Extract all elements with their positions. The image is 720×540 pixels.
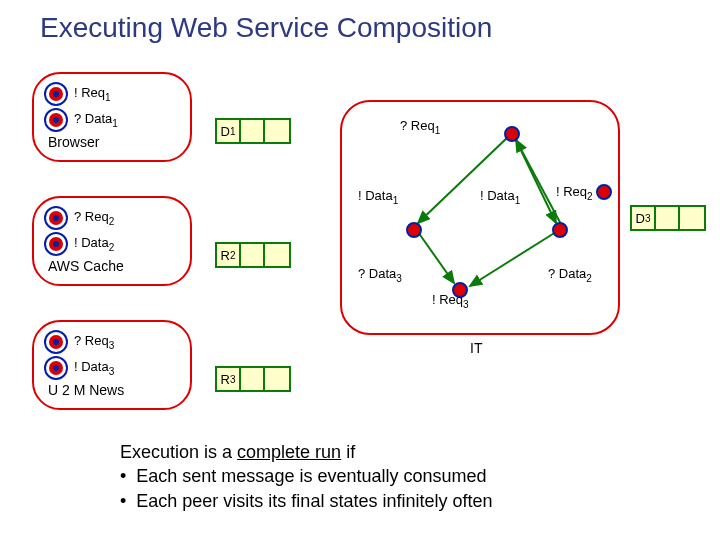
queue-head: D1	[217, 120, 241, 142]
queue-cell	[265, 244, 289, 266]
event-recv-req3: ? Req3	[74, 333, 114, 351]
queue-cell	[265, 120, 289, 142]
it-edge-send-req3: ! Req3	[432, 292, 469, 310]
queue-cell	[265, 368, 289, 390]
it-edge-send-data1a: ! Data1	[358, 188, 398, 206]
it-edge-send-req2: ! Req2	[556, 184, 593, 202]
it-automaton	[340, 100, 620, 335]
state-icon	[44, 232, 68, 256]
it-label: IT	[470, 340, 482, 356]
queue-cell	[680, 207, 704, 229]
state-icon	[44, 82, 68, 106]
queue-cell	[241, 244, 265, 266]
footer-bullet-1: • Each sent message is eventually consum…	[120, 464, 492, 488]
queue-r2: R2	[215, 242, 291, 268]
state-icon	[44, 206, 68, 230]
peer-label-u2m: U 2 M News	[48, 382, 180, 398]
it-node	[504, 126, 520, 142]
footer-line1: Execution is a complete run if	[120, 440, 492, 464]
state-icon	[44, 330, 68, 354]
queue-d1: D1	[215, 118, 291, 144]
it-node	[406, 222, 422, 238]
queue-cell	[241, 368, 265, 390]
peer-label-aws: AWS Cache	[48, 258, 180, 274]
it-node	[552, 222, 568, 238]
queue-d3: D3	[630, 205, 706, 231]
queue-head: D3	[632, 207, 656, 229]
event-send-data3: ! Data3	[74, 359, 114, 377]
it-edge-recv-data3: ? Data3	[358, 266, 402, 284]
peer-browser: ! Req1 ? Data1 Browser	[32, 72, 192, 162]
it-edge-recv-req1: ? Req1	[400, 118, 440, 136]
queue-head: R2	[217, 244, 241, 266]
state-icon	[44, 108, 68, 132]
state-icon	[44, 356, 68, 380]
footer-bullet-2: • Each peer visits its final states infi…	[120, 489, 492, 513]
it-edge-recv-data2: ? Data2	[548, 266, 592, 284]
footer-text: Execution is a complete run if • Each se…	[120, 440, 492, 513]
queue-r3: R3	[215, 366, 291, 392]
event-send-req1: ! Req1	[74, 85, 111, 103]
queue-head: R3	[217, 368, 241, 390]
event-send-data2: ! Data2	[74, 235, 114, 253]
peer-u2m-news: ? Req3 ! Data3 U 2 M News	[32, 320, 192, 410]
queue-cell	[241, 120, 265, 142]
it-edge-send-data1b: ! Data1	[480, 188, 520, 206]
page-title: Executing Web Service Composition	[40, 12, 492, 44]
event-recv-data1: ? Data1	[74, 111, 118, 129]
queue-cell	[656, 207, 680, 229]
it-node	[596, 184, 612, 200]
peer-label-browser: Browser	[48, 134, 180, 150]
peer-aws-cache: ? Req2 ! Data2 AWS Cache	[32, 196, 192, 286]
event-recv-req2: ? Req2	[74, 209, 114, 227]
